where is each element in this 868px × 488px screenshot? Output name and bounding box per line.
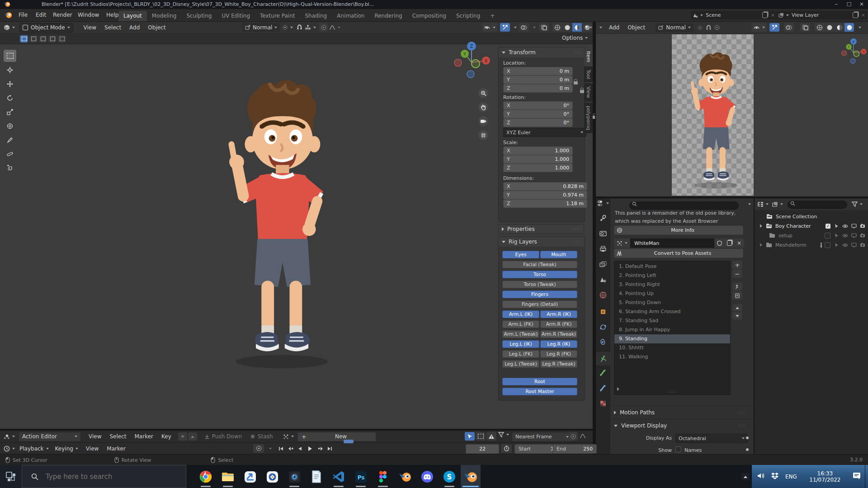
- location-y-field[interactable]: Y0 m: [503, 75, 573, 84]
- ds-box-select-button[interactable]: [476, 432, 486, 441]
- selectable-icon[interactable]: [834, 243, 839, 248]
- ds-menu-select[interactable]: Select: [105, 431, 130, 443]
- apply-pose-button[interactable]: [732, 282, 742, 291]
- orientation-dropdown[interactable]: Normal: [242, 23, 280, 32]
- snap-settings-dropdown[interactable]: [305, 23, 316, 32]
- more-info-button[interactable]: More Info: [614, 225, 743, 235]
- vp2-gizmos-toggle[interactable]: [769, 23, 779, 32]
- ds-filter-dropdown[interactable]: [498, 432, 509, 437]
- vp-menu-view[interactable]: View: [80, 22, 100, 34]
- rig-mouth-button[interactable]: Mouth: [540, 251, 577, 258]
- tab-rendering[interactable]: Rendering: [369, 11, 407, 21]
- pose-item[interactable]: 1. Default Pose: [614, 262, 730, 271]
- push-down-button[interactable]: Push Down: [204, 433, 242, 440]
- tool-measure[interactable]: [4, 148, 16, 160]
- new-action-button[interactable]: + New: [297, 432, 376, 441]
- pose-list-grip[interactable]: ::::: [669, 389, 676, 394]
- taskbar-blender-icon[interactable]: [397, 469, 413, 484]
- rig-root-master-button[interactable]: Root Master: [502, 388, 577, 395]
- taskbar-skype-icon[interactable]: S: [442, 469, 457, 484]
- minimize-button[interactable]: –: [831, 1, 842, 7]
- shading-material-button[interactable]: [572, 23, 582, 32]
- shading-solid-button[interactable]: [562, 23, 572, 32]
- properties-collapsed-panel[interactable]: Properties ::::: [498, 224, 584, 234]
- rig-legl-tweak-button[interactable]: Leg.L (Tweak): [502, 360, 539, 368]
- rig-legr-fk-button[interactable]: Leg.R (FK): [540, 350, 577, 358]
- timeline-editor-type-button[interactable]: [4, 446, 15, 452]
- maximize-button[interactable]: □: [844, 1, 854, 7]
- dimensions-y-field[interactable]: Y0.974 m: [503, 191, 587, 199]
- viewport-camera[interactable]: Add Object Normal: [595, 22, 868, 197]
- rig-layers-header[interactable]: Rig Layers ::::: [499, 237, 585, 247]
- add-pose-button[interactable]: +: [732, 261, 742, 269]
- mode-dropdown-stub[interactable]: [599, 27, 602, 28]
- taskbar-blender-active[interactable]: [461, 465, 481, 488]
- pose-item-selected[interactable]: 9. Standing: [614, 334, 730, 343]
- rig-armr-tweak-button[interactable]: Arm.R (Tweak): [540, 330, 577, 338]
- timeline-playhead[interactable]: [344, 440, 354, 443]
- playback-dropdown[interactable]: Playback: [19, 446, 49, 452]
- disable-render-icon[interactable]: [860, 233, 865, 238]
- outliner-row-scene-collection[interactable]: Scene Collection: [755, 212, 868, 221]
- pose-item[interactable]: 3. Pointing Right: [614, 280, 730, 289]
- outliner-editor-type-button[interactable]: [757, 202, 769, 207]
- vp2-xray-toggle[interactable]: [800, 23, 810, 32]
- end-frame-field[interactable]: End 250: [552, 444, 597, 454]
- tl-menu-view[interactable]: View: [82, 443, 103, 455]
- play-button[interactable]: [305, 444, 315, 453]
- ds-menu-key[interactable]: Key: [157, 431, 175, 443]
- selectable-icon[interactable]: [834, 233, 839, 238]
- scale-y-field[interactable]: Y1.000: [503, 155, 573, 164]
- rig-armr-ik-button[interactable]: Arm.R (IK): [540, 310, 577, 318]
- overlays-toggle[interactable]: [519, 23, 529, 32]
- show-names-checkbox[interactable]: [675, 446, 681, 452]
- select-mode-invert-button[interactable]: [48, 35, 57, 42]
- vp2-shading-material-button[interactable]: [835, 23, 844, 32]
- taskbar-vscode-icon[interactable]: [331, 469, 346, 484]
- convert-pose-assets-button[interactable]: Convert to Pose Assets: [614, 249, 743, 258]
- taskbar-search-input[interactable]: [45, 472, 173, 481]
- rig-legr-ik-button[interactable]: Leg.R (IK): [540, 340, 577, 348]
- tab-compositing[interactable]: Compositing: [407, 11, 451, 21]
- tab-modeling[interactable]: Modeling: [147, 11, 182, 21]
- disable-render-icon[interactable]: [860, 243, 865, 247]
- rig-armr-fk-button[interactable]: Arm.R (FK): [540, 320, 577, 328]
- rig-root-button[interactable]: Root: [502, 378, 577, 385]
- hide-eye-icon[interactable]: [842, 243, 848, 247]
- rig-facial-tweak-button[interactable]: Facial (Tweak): [502, 261, 577, 268]
- new-action-copy-button[interactable]: [724, 239, 734, 248]
- ds-falloff-dropdown[interactable]: [580, 433, 586, 439]
- tab-view-layer[interactable]: [599, 261, 607, 269]
- pose-item[interactable]: 2. Pointing Left: [614, 271, 730, 280]
- pan-nav-button[interactable]: [478, 102, 488, 112]
- gizmos-dropdown[interactable]: [514, 27, 517, 28]
- tab-output[interactable]: [599, 245, 607, 254]
- rig-arml-ik-button[interactable]: Arm.L (IK): [502, 310, 539, 318]
- select-mode-subtract-button[interactable]: [39, 35, 47, 42]
- play-reverse-button[interactable]: [296, 444, 304, 453]
- ds-select-cursor-button[interactable]: [465, 432, 475, 441]
- outliner-row-setup[interactable]: setup: [755, 231, 868, 240]
- sidebar-tab-polyponiq[interactable]: polyponiq: [584, 103, 593, 133]
- scale-z-field[interactable]: Z1.000: [503, 164, 573, 172]
- camera-view-button[interactable]: [478, 116, 488, 126]
- tab-texture-paint[interactable]: Texture Paint: [255, 11, 300, 21]
- menu-window[interactable]: Window: [74, 9, 103, 21]
- move-pose-down-button[interactable]: [732, 312, 742, 319]
- taskbar-camera-app-icon[interactable]: [287, 469, 302, 484]
- pose-item[interactable]: 10. Shhttt: [614, 343, 730, 352]
- start-frame-field[interactable]: Start 1: [514, 444, 558, 454]
- start-button[interactable]: [0, 465, 22, 488]
- taskbar-discord-icon[interactable]: [420, 469, 435, 484]
- snap-toggle[interactable]: [295, 23, 304, 32]
- vp2-shading-rendered-button[interactable]: [844, 23, 854, 32]
- tool-transform[interactable]: [4, 120, 16, 132]
- xray-toggle[interactable]: [539, 23, 549, 32]
- location-x-field[interactable]: X0 m: [503, 67, 573, 75]
- move-channel-down-button[interactable]: [178, 432, 187, 441]
- lock-location-y-icon[interactable]: [580, 90, 584, 93]
- tab-bone-constraints[interactable]: [599, 385, 607, 394]
- sidebar-tab-item[interactable]: Item: [584, 48, 593, 66]
- pose-list-expand[interactable]: [617, 384, 619, 393]
- properties-search-input[interactable]: [629, 202, 739, 210]
